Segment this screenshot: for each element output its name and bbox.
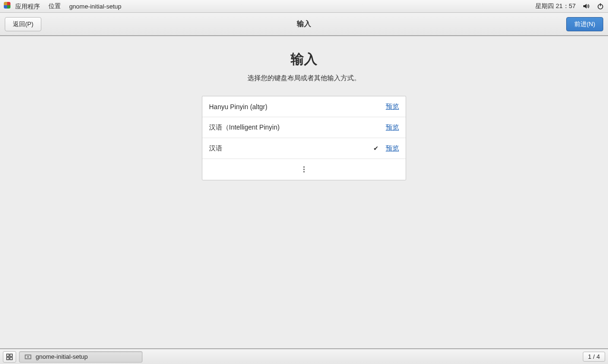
preview-link[interactable]: 预览 (386, 144, 399, 153)
svg-rect-5 (7, 354, 9, 356)
task-bar: gnome-initial-setup 1 / 4 (0, 349, 608, 364)
taskbar-app-label: gnome-initial-setup (36, 353, 88, 360)
next-button[interactable]: 前进(N) (566, 17, 603, 31)
activities-icon (4, 2, 10, 9)
header-bar: 返回(P) 输入 前进(N) (0, 13, 608, 36)
workspace-switcher-button[interactable] (3, 351, 16, 363)
app-name-label[interactable]: gnome-initial-setup (69, 3, 122, 10)
input-source-row[interactable]: 汉语 ✔ 预览 (202, 138, 406, 159)
power-icon[interactable] (597, 2, 604, 10)
system-top-bar: 应用程序 位置 gnome-initial-setup 星期四 21：57 (0, 0, 608, 13)
input-source-row[interactable]: 汉语（Intelligent Pinyin) 预览 (202, 117, 406, 138)
back-button[interactable]: 返回(P) (5, 17, 41, 31)
page-subtitle: 选择您的键盘布局或者其他输入方式。 (247, 74, 361, 83)
volume-icon[interactable] (582, 2, 590, 10)
main-content: 输入 选择您的键盘布局或者其他输入方式。 Hanyu Pinyin (altgr… (0, 36, 608, 349)
preview-link[interactable]: 预览 (386, 103, 399, 111)
applications-label: 应用程序 (15, 3, 40, 10)
taskbar-app-button[interactable]: gnome-initial-setup (19, 351, 142, 363)
input-sources-list: Hanyu Pinyin (altgr) 预览 汉语（Intelligent P… (202, 96, 406, 180)
input-source-label: 汉语（Intelligent Pinyin) (209, 123, 370, 132)
applications-menu[interactable]: 应用程序 (4, 2, 40, 11)
places-menu[interactable]: 位置 (48, 2, 61, 10)
input-source-label: 汉语 (209, 144, 370, 153)
show-more-row[interactable] (202, 159, 406, 180)
input-source-label: Hanyu Pinyin (altgr) (209, 103, 370, 111)
header-title: 输入 (297, 19, 311, 28)
svg-rect-7 (7, 357, 9, 360)
datetime-label[interactable]: 星期四 21：57 (535, 2, 576, 10)
svg-point-3 (304, 169, 305, 170)
svg-rect-8 (10, 357, 12, 360)
svg-rect-6 (10, 354, 12, 356)
input-source-row[interactable]: Hanyu Pinyin (altgr) 预览 (202, 96, 406, 117)
more-icon (303, 166, 305, 173)
check-icon: ✔ (370, 145, 381, 152)
svg-point-2 (304, 167, 305, 168)
workspace-indicator[interactable]: 1 / 4 (583, 352, 605, 362)
page-title: 输入 (291, 50, 317, 68)
preview-link[interactable]: 预览 (386, 123, 399, 132)
svg-point-4 (304, 171, 305, 173)
app-icon (24, 353, 32, 361)
